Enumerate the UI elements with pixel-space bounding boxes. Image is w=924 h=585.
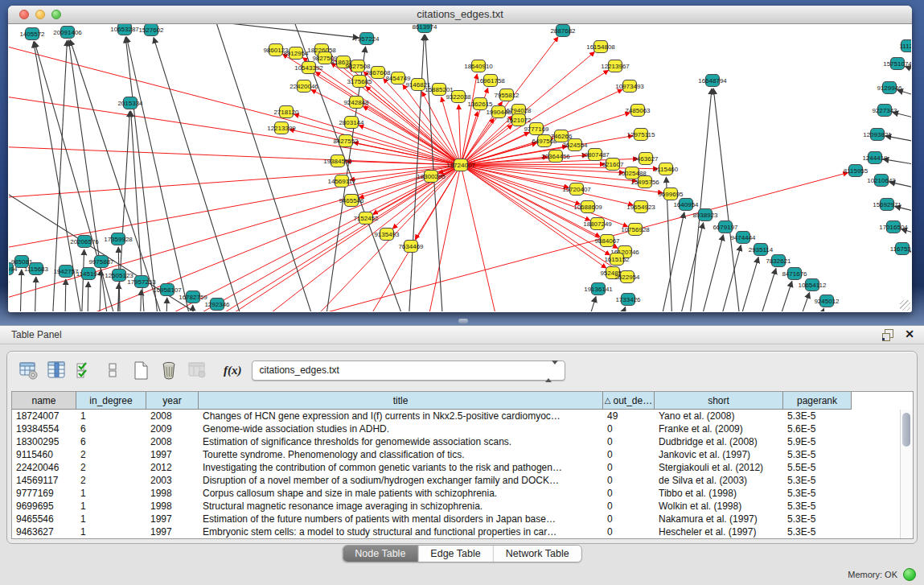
graph-node[interactable]: 8613974 bbox=[412, 24, 437, 33]
graph-node[interactable]: 17359928 bbox=[104, 233, 133, 245]
graph-node[interactable]: 1942757 bbox=[53, 266, 79, 278]
show-columns-button[interactable] bbox=[47, 360, 68, 381]
graph-node[interactable]: 2887682 bbox=[550, 25, 576, 37]
graph-node[interactable]: 10653287 bbox=[110, 24, 139, 35]
graph-node[interactable]: 20206576 bbox=[70, 236, 99, 248]
graph-node[interactable]: 6679197 bbox=[713, 221, 738, 233]
panel-splitter-handle[interactable] bbox=[458, 319, 468, 323]
table-row[interactable]: 977716911998Corpus callosum shape and si… bbox=[12, 487, 913, 500]
graph-node[interactable]: 10210643 bbox=[867, 175, 896, 187]
tab-node-table[interactable]: Node Table bbox=[343, 546, 418, 562]
graph-node[interactable]: 7152452 bbox=[353, 212, 379, 225]
graph-node[interactable]: 7957224 bbox=[354, 33, 380, 45]
close-panel-icon[interactable]: ✕ bbox=[905, 328, 914, 340]
graph-node[interactable]: 1115683 bbox=[24, 263, 49, 275]
graph-node[interactable]: 7955812 bbox=[494, 89, 519, 101]
graph-node[interactable]: 10973493 bbox=[615, 80, 644, 93]
import-table-button[interactable] bbox=[187, 360, 208, 381]
graph-node[interactable]: 3175685 bbox=[347, 76, 372, 88]
graph-node[interactable]: 8427552 bbox=[333, 135, 359, 147]
graph-node[interactable]: 12093821 bbox=[863, 129, 892, 141]
delete-column-button[interactable] bbox=[159, 360, 180, 381]
graph-node[interactable]: 19654923 bbox=[626, 201, 655, 213]
graph-node[interactable]: 15692971 bbox=[873, 199, 901, 211]
graph-node[interactable]: 10543392 bbox=[294, 62, 323, 74]
column-header-out_de[interactable]: △out_de… bbox=[603, 392, 655, 410]
graph-node[interactable]: 11127 bbox=[899, 40, 911, 52]
graph-node[interactable]: 7634469 bbox=[398, 241, 424, 253]
graph-node[interactable]: 9242848 bbox=[343, 97, 369, 109]
graph-node[interactable]: 1167533 bbox=[890, 243, 911, 255]
new-column-button[interactable] bbox=[131, 360, 152, 381]
table-row[interactable]: 2242004622012Investigating the contribut… bbox=[12, 461, 913, 474]
graph-node[interactable]: 9884067 bbox=[594, 235, 620, 247]
column-header-title[interactable]: title bbox=[199, 392, 603, 410]
graph-node[interactable]: 16782759 bbox=[179, 291, 207, 303]
graph-node[interactable]: 15751074 bbox=[883, 58, 911, 70]
graph-node[interactable]: 9474444 bbox=[730, 232, 756, 244]
table-row[interactable]: 1938455462009Genome-wide association stu… bbox=[12, 422, 913, 435]
graph-node[interactable]: 2935114 bbox=[749, 244, 774, 256]
graph-node[interactable]: 19136141 bbox=[584, 283, 613, 295]
graph-node[interactable]: 8115955 bbox=[844, 165, 869, 177]
graph-node[interactable]: 9245012 bbox=[814, 295, 840, 307]
graph-node[interactable]: 2718120 bbox=[273, 106, 299, 118]
table-selector-dropdown[interactable]: citations_edges.txt bbox=[252, 360, 565, 381]
function-builder-icon[interactable]: f(x) bbox=[224, 364, 242, 377]
column-header-pagerank[interactable]: pagerank bbox=[783, 392, 852, 410]
table-row[interactable]: 1456911722003Disruption of a novel membe… bbox=[12, 474, 913, 487]
graph-node[interactable]: 10807487 bbox=[581, 149, 610, 161]
graph-node[interactable]: 20091406 bbox=[53, 27, 82, 39]
graph-node[interactable]: 9227343 bbox=[872, 105, 897, 117]
graph-node[interactable]: 16958107 bbox=[153, 284, 182, 296]
scrollbar-thumb[interactable] bbox=[902, 413, 910, 447]
graph-node[interactable]: 10756928 bbox=[621, 224, 650, 236]
graph-node[interactable]: 9115460 bbox=[654, 163, 679, 175]
citation-network-graph[interactable]: 1872400798601238912954182260589827509818… bbox=[9, 24, 911, 311]
graph-node[interactable]: 1640954 bbox=[673, 199, 699, 211]
table-row[interactable]: 1872400712008Changes of HCN gene express… bbox=[12, 410, 913, 422]
table-row[interactable]: 911546021997Tourette syndrome. Phenomeno… bbox=[12, 448, 913, 461]
graph-node[interactable]: 10654112 bbox=[799, 279, 827, 291]
graph-node[interactable]: 1615152 bbox=[604, 253, 630, 266]
row-options-button[interactable] bbox=[103, 360, 124, 381]
tab-network-table[interactable]: Network Table bbox=[494, 546, 581, 562]
graph-node[interactable]: 12213399 bbox=[267, 122, 296, 134]
column-header-in_degree[interactable]: in_degree bbox=[76, 392, 146, 410]
graph-node[interactable]: 16961758 bbox=[476, 75, 505, 87]
select-all-button[interactable] bbox=[75, 360, 96, 381]
graph-node[interactable]: 12213967 bbox=[601, 60, 630, 72]
graph-node[interactable]: 9699695 bbox=[658, 188, 684, 200]
graph-node[interactable]: 7485063 bbox=[625, 105, 651, 117]
graph-node[interactable]: 14569117 bbox=[328, 175, 357, 187]
graph-node[interactable]: 1733426 bbox=[615, 294, 641, 306]
memory-status-indicator[interactable] bbox=[903, 568, 916, 581]
graph-node[interactable]: 10688609 bbox=[573, 201, 602, 213]
table-row[interactable]: 969969511998Structural magnetic resonanc… bbox=[12, 500, 913, 513]
graph-node[interactable]: 1244419 bbox=[862, 152, 888, 164]
table-row[interactable]: 946554611997Estimation of the future num… bbox=[12, 513, 913, 525]
column-header-short[interactable]: short bbox=[655, 392, 783, 410]
tab-edge-table[interactable]: Edge Table bbox=[418, 546, 493, 562]
table-vertical-scrollbar[interactable] bbox=[900, 410, 913, 538]
graph-node[interactable]: 18807249 bbox=[583, 218, 612, 230]
graph-node[interactable]: 1621072 bbox=[506, 114, 532, 126]
graph-node[interactable]: 8938923 bbox=[692, 209, 718, 221]
graph-node[interactable]: 9463627 bbox=[633, 153, 659, 165]
column-header-year[interactable]: year bbox=[146, 392, 199, 410]
graph-node[interactable]: 3624554 bbox=[562, 139, 588, 151]
graph-node[interactable]: 1405572 bbox=[19, 28, 45, 40]
graph-node[interactable]: 7832621 bbox=[766, 255, 791, 267]
network-canvas[interactable]: 1872400798601238912954182260589827509818… bbox=[9, 24, 911, 311]
graph-node[interactable]: 15720407 bbox=[562, 183, 591, 196]
graph-node[interactable]: 9135493 bbox=[374, 229, 400, 241]
table-row[interactable]: 1830029562008Estimation of significance … bbox=[12, 435, 913, 448]
graph-node[interactable]: 18640910 bbox=[464, 60, 493, 72]
graph-node[interactable]: 8471676 bbox=[782, 268, 807, 280]
column-header-name[interactable]: name bbox=[12, 392, 76, 410]
float-panel-icon[interactable] bbox=[882, 329, 893, 340]
graph-node[interactable]: 9129946 bbox=[877, 82, 902, 94]
graph-node[interactable]: 2803144 bbox=[339, 117, 364, 129]
graph-node[interactable]: 22420046 bbox=[290, 80, 318, 93]
graph-node[interactable]: 16648794 bbox=[698, 75, 727, 87]
